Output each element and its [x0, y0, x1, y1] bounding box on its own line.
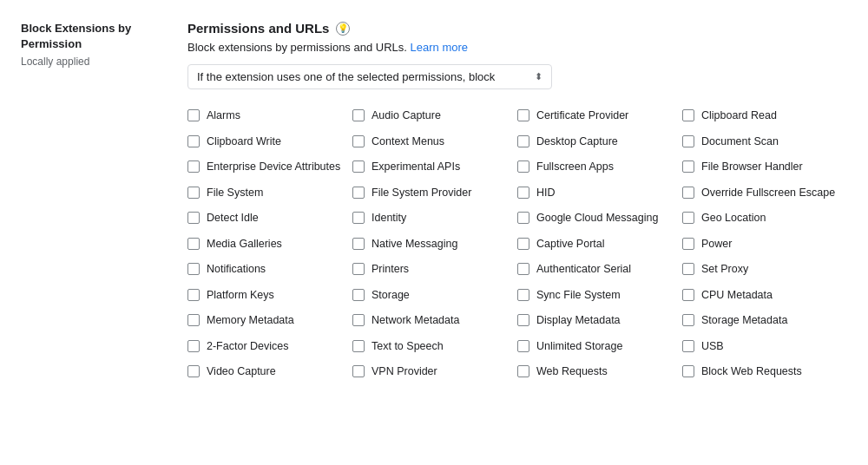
checkbox-captive-portal[interactable]	[517, 238, 529, 250]
perm-item-context-menus: Context Menus	[352, 129, 517, 155]
checkbox-usb[interactable]	[682, 340, 694, 352]
checkbox-experimental-apis[interactable]	[352, 160, 365, 173]
perm-item-storage-metadata: Storage Metadata	[682, 308, 847, 334]
checkbox-geo-location[interactable]	[682, 212, 694, 224]
label-sync-file-system: Sync File System	[536, 288, 621, 304]
checkbox-document-scan[interactable]	[682, 135, 694, 147]
perm-item-audio-capture: Audio Capture	[352, 103, 517, 129]
label-document-scan: Document Scan	[701, 134, 779, 150]
perm-item-set-proxy: Set Proxy	[682, 257, 847, 283]
checkbox-desktop-capture[interactable]	[517, 135, 529, 147]
perm-item-file-browser-handler: File Browser Handler	[682, 154, 847, 180]
checkbox-storage[interactable]	[352, 289, 365, 301]
learn-more-link[interactable]: Learn more	[411, 41, 468, 54]
sidebar-title: Block Extensions by Permission	[21, 21, 153, 52]
perm-item-clipboard-write: Clipboard Write	[187, 129, 352, 155]
perm-item-memory-metadata: Memory Metadata	[187, 308, 352, 334]
checkbox-detect-idle[interactable]	[187, 212, 200, 224]
checkbox-block-web-requests[interactable]	[682, 365, 694, 377]
checkbox-identity[interactable]	[352, 212, 365, 224]
checkbox-text-to-speech[interactable]	[352, 340, 365, 352]
perm-item-certificate-provider: Certificate Provider	[517, 103, 682, 129]
checkbox-set-proxy[interactable]	[682, 263, 694, 275]
label-authenticator-serial: Authenticator Serial	[536, 262, 631, 278]
perm-item-override-fullscreen-escape: Override Fullscreen Escape	[682, 180, 847, 206]
label-hid: HID	[536, 186, 556, 201]
checkbox-file-browser-handler[interactable]	[682, 160, 694, 173]
perm-item-captive-portal: Captive Portal	[517, 232, 682, 258]
checkbox-file-system-provider[interactable]	[352, 187, 365, 199]
checkbox-context-menus[interactable]	[352, 135, 365, 147]
label-fullscreen-apps: Fullscreen Apps	[536, 160, 614, 175]
label-file-system: File System	[207, 186, 263, 201]
perm-item-display-metadata: Display Metadata	[517, 308, 682, 334]
perm-item-vpn-provider: VPN Provider	[352, 359, 517, 385]
checkbox-hid[interactable]	[517, 187, 529, 199]
perm-item-web-requests: Web Requests	[517, 359, 682, 385]
checkbox-web-requests[interactable]	[517, 365, 529, 377]
checkbox-enterprise-device-attributes[interactable]	[187, 160, 200, 173]
label-unlimited-storage: Unlimited Storage	[536, 339, 622, 355]
main-content: Permissions and URLs 💡 Block extensions …	[174, 21, 868, 385]
label-media-galleries: Media Galleries	[207, 237, 282, 252]
checkbox-media-galleries[interactable]	[187, 238, 200, 250]
checkbox-fullscreen-apps[interactable]	[517, 160, 529, 173]
checkbox-memory-metadata[interactable]	[187, 314, 200, 326]
sidebar: Block Extensions by Permission Locally a…	[0, 21, 174, 385]
permission-dropdown[interactable]: If the extension uses one of the selecte…	[187, 64, 552, 89]
perm-item-unlimited-storage: Unlimited Storage	[517, 334, 682, 360]
label-video-capture: Video Capture	[207, 364, 276, 380]
checkbox-audio-capture[interactable]	[352, 109, 365, 121]
label-clipboard-read: Clipboard Read	[701, 108, 777, 124]
perm-item-hid: HID	[517, 180, 682, 206]
label-detect-idle: Detect Idle	[207, 211, 259, 226]
label-alarms: Alarms	[207, 108, 240, 124]
label-vpn-provider: VPN Provider	[372, 364, 437, 380]
checkbox-alarms[interactable]	[187, 109, 200, 121]
perm-item-clipboard-read: Clipboard Read	[682, 103, 847, 129]
description: Block extensions by permissions and URLs…	[187, 41, 847, 54]
checkbox-certificate-provider[interactable]	[517, 109, 529, 121]
checkbox-video-capture[interactable]	[187, 365, 200, 377]
perm-item-storage: Storage	[352, 283, 517, 309]
checkbox-display-metadata[interactable]	[517, 314, 529, 326]
checkbox-platform-keys[interactable]	[187, 289, 200, 301]
label-identity: Identity	[372, 211, 406, 226]
perm-item-media-galleries: Media Galleries	[187, 232, 352, 258]
checkbox-storage-metadata[interactable]	[682, 314, 694, 326]
perm-item-fullscreen-apps: Fullscreen Apps	[517, 154, 682, 180]
perm-item-authenticator-serial: Authenticator Serial	[517, 257, 682, 283]
perm-item-native-messaging: Native Messaging	[352, 232, 517, 258]
perm-item-file-system-provider: File System Provider	[352, 180, 517, 206]
checkbox-unlimited-storage[interactable]	[517, 340, 529, 352]
checkbox-power[interactable]	[682, 238, 694, 250]
label-storage: Storage	[372, 288, 410, 304]
label-usb: USB	[701, 339, 724, 355]
checkbox-2-factor-devices[interactable]	[187, 340, 200, 352]
perm-item-usb: USB	[682, 334, 847, 360]
label-display-metadata: Display Metadata	[536, 313, 621, 329]
checkbox-clipboard-write[interactable]	[187, 135, 200, 147]
checkbox-override-fullscreen-escape[interactable]	[682, 187, 694, 199]
checkbox-network-metadata[interactable]	[352, 314, 365, 326]
checkbox-authenticator-serial[interactable]	[517, 263, 529, 275]
checkbox-cpu-metadata[interactable]	[682, 289, 694, 301]
checkbox-file-system[interactable]	[187, 187, 200, 199]
label-captive-portal: Captive Portal	[536, 237, 605, 252]
checkbox-notifications[interactable]	[187, 263, 200, 275]
label-text-to-speech: Text to Speech	[372, 339, 444, 355]
perm-item-platform-keys: Platform Keys	[187, 283, 352, 309]
perm-item-power: Power	[682, 232, 847, 258]
checkbox-vpn-provider[interactable]	[352, 365, 365, 377]
perm-item-file-system: File System	[187, 180, 352, 206]
perm-item-sync-file-system: Sync File System	[517, 283, 682, 309]
perm-item-printers: Printers	[352, 257, 517, 283]
info-icon[interactable]: 💡	[336, 22, 350, 36]
checkbox-google-cloud-messaging[interactable]	[517, 212, 529, 224]
dropdown-arrow-icon: ⬍	[535, 71, 542, 82]
checkbox-printers[interactable]	[352, 263, 365, 275]
checkbox-sync-file-system[interactable]	[517, 289, 529, 301]
checkbox-clipboard-read[interactable]	[682, 109, 694, 121]
checkbox-native-messaging[interactable]	[352, 238, 365, 250]
label-file-system-provider: File System Provider	[372, 186, 471, 201]
